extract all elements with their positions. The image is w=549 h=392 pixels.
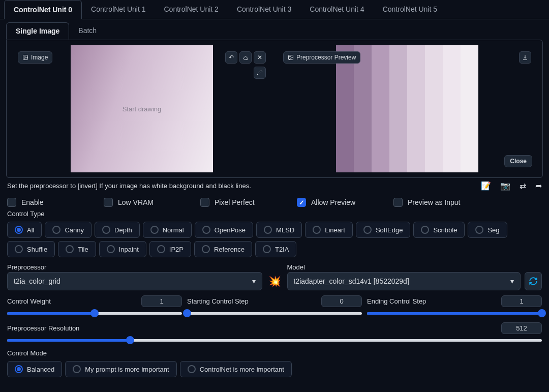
image-icon — [288, 54, 294, 61]
preprocessor-label: Preprocessor — [7, 262, 262, 272]
radio-circle — [107, 245, 115, 253]
control-weight-value[interactable]: 1 — [141, 295, 182, 307]
control-weight-slider[interactable] — [7, 310, 182, 316]
control-type-option-depth[interactable]: Depth — [95, 222, 140, 238]
radio-label: Seg — [487, 226, 499, 234]
webcam-icon[interactable]: 📷 — [500, 181, 510, 191]
control-type-option-softedge[interactable]: SoftEdge — [356, 222, 411, 238]
control-type-option-lineart[interactable]: Lineart — [305, 222, 353, 238]
resolution-value[interactable]: 512 — [501, 322, 542, 334]
radio-circle — [264, 226, 272, 234]
run-preprocessor-button[interactable]: 💥 — [268, 275, 281, 290]
control-type-option-normal[interactable]: Normal — [143, 222, 192, 238]
previewasinput-checkbox[interactable]: Preview as Input — [393, 198, 470, 207]
control-type-option-tile[interactable]: Tile — [58, 241, 96, 257]
chevron-down-icon: ▾ — [252, 277, 256, 285]
control-type-option-ip2p[interactable]: IP2P — [149, 241, 191, 257]
radio-label: MLSD — [276, 226, 294, 234]
radio-circle — [188, 365, 196, 373]
control-type-option-canny[interactable]: Canny — [45, 222, 92, 238]
source-image-canvas[interactable]: Start drawing — [71, 45, 213, 172]
radio-label: SoftEdge — [376, 226, 403, 234]
lowvram-checkbox[interactable]: Low VRAM — [104, 198, 180, 207]
preprocessor-preview-button[interactable]: Preprocessor Preview — [283, 51, 360, 64]
tab-unit-1[interactable]: ControlNet Unit 1 — [82, 0, 155, 19]
control-type-option-all[interactable]: All — [7, 222, 42, 238]
control-mode-option[interactable]: My prompt is more important — [65, 361, 176, 377]
control-type-grid: AllCannyDepthNormalOpenPoseMLSDLineartSo… — [0, 219, 549, 260]
preview-image — [336, 45, 478, 172]
control-type-option-shuffle[interactable]: Shuffle — [7, 241, 55, 257]
radio-label: My prompt is more important — [85, 366, 169, 373]
end-step-slider[interactable] — [367, 310, 542, 316]
image-mode-tabs: Single Image Batch — [0, 19, 549, 40]
preview-button-label: Preprocessor Preview — [296, 54, 356, 61]
download-button[interactable] — [519, 51, 531, 64]
svg-point-1 — [24, 56, 25, 57]
radio-label: Canny — [65, 226, 84, 234]
control-mode-option[interactable]: Balanced — [7, 361, 62, 377]
control-type-option-scribble[interactable]: Scribble — [413, 222, 465, 238]
radio-circle — [421, 226, 429, 234]
radio-circle — [202, 226, 210, 234]
download-icon — [522, 54, 528, 61]
radio-circle — [313, 226, 321, 234]
control-type-option-openpose[interactable]: OpenPose — [195, 222, 253, 238]
remove-button[interactable]: ✕ — [254, 51, 266, 64]
undo-button[interactable]: ↶ — [225, 51, 237, 64]
start-step-label: Starting Control Step — [187, 297, 249, 305]
close-button[interactable]: Close — [504, 155, 532, 167]
start-step-value[interactable]: 0 — [321, 295, 362, 307]
radio-circle — [15, 226, 23, 234]
radio-label: Inpaint — [119, 246, 139, 253]
control-weight-label: Control Weight — [7, 297, 51, 305]
tab-single-image[interactable]: Single Image — [6, 22, 69, 40]
control-type-option-reference[interactable]: Reference — [194, 241, 252, 257]
radio-label: OpenPose — [215, 226, 246, 234]
preprocessor-select[interactable]: t2ia_color_grid ▾ — [7, 272, 262, 290]
radio-circle — [475, 226, 483, 234]
hint-text: Set the preprocessor to [invert] If your… — [7, 182, 251, 190]
preview-image-canvas[interactable] — [336, 45, 478, 172]
tab-unit-3[interactable]: ControlNet Unit 3 — [228, 0, 300, 19]
erase-button[interactable] — [239, 51, 252, 64]
tab-unit-2[interactable]: ControlNet Unit 2 — [155, 0, 228, 19]
swap-icon[interactable]: ⇄ — [520, 181, 526, 191]
draw-tool-button[interactable] — [254, 67, 266, 79]
radio-label: IP2P — [169, 246, 184, 253]
control-type-option-inpaint[interactable]: Inpaint — [99, 241, 146, 257]
image-button[interactable]: Image — [18, 51, 52, 64]
options-row: Enable Low VRAM Pixel Perfect Allow Prev… — [0, 193, 549, 209]
undo-icon: ↶ — [229, 54, 234, 61]
radio-circle — [263, 245, 271, 253]
refresh-icon — [529, 277, 538, 286]
refresh-models-button[interactable] — [525, 272, 542, 290]
control-type-option-t2ia[interactable]: T2IA — [255, 241, 296, 257]
tab-unit-0[interactable]: ControlNet Unit 0 — [4, 0, 82, 19]
preprocessor-value: t2ia_color_grid — [14, 277, 60, 285]
enable-checkbox[interactable]: Enable — [7, 198, 83, 207]
tab-batch[interactable]: Batch — [69, 22, 106, 40]
radio-circle — [15, 245, 23, 253]
radio-label: Tile — [78, 246, 88, 253]
allowpreview-checkbox[interactable]: Allow Preview — [297, 198, 373, 207]
control-type-option-mlsd[interactable]: MLSD — [256, 222, 302, 238]
radio-circle — [150, 226, 159, 234]
send-icon[interactable]: ➦ — [535, 181, 542, 191]
checkbox-box — [200, 198, 209, 207]
resolution-slider[interactable] — [7, 337, 542, 343]
resolution-label: Preprocessor Resolution — [7, 324, 79, 332]
close-icon: ✕ — [257, 54, 262, 61]
model-select[interactable]: t2iadapter_color_sd14v1 [8522029d] ▾ — [287, 272, 521, 290]
checkbox-label: Pixel Perfect — [215, 198, 255, 206]
control-type-label: Control Type — [0, 209, 549, 219]
end-step-value[interactable]: 1 — [501, 295, 542, 307]
control-mode-option[interactable]: ControlNet is more important — [180, 361, 292, 377]
tab-unit-5[interactable]: ControlNet Unit 5 — [374, 0, 446, 19]
pixelperfect-checkbox[interactable]: Pixel Perfect — [200, 198, 277, 207]
start-step-slider[interactable] — [187, 310, 362, 316]
new-canvas-icon[interactable]: 📝 — [481, 181, 491, 191]
tab-unit-4[interactable]: ControlNet Unit 4 — [300, 0, 373, 19]
control-type-option-seg[interactable]: Seg — [468, 222, 507, 238]
radio-circle — [15, 365, 23, 373]
